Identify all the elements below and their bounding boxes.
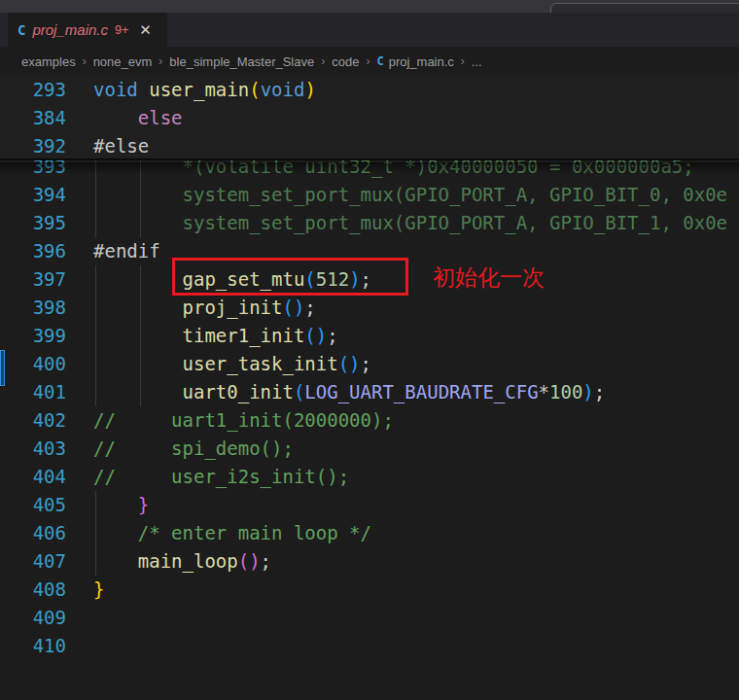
title-bar bbox=[0, 0, 739, 13]
token-p1: ) bbox=[304, 79, 315, 100]
token-dim: system_set_port_mux(GPIO_PORT_A, GPIO_BI… bbox=[93, 184, 727, 205]
code-line-402: 402// uart1_init(2000000); bbox=[0, 406, 739, 435]
token-pl bbox=[138, 79, 149, 100]
line-number: 401 bbox=[0, 378, 66, 406]
token-fn: user_main bbox=[149, 79, 249, 100]
sticky-scroll-panel: 293void user_main(void)384 else392#else bbox=[0, 76, 739, 160]
code-text: proj_init(); bbox=[93, 294, 316, 322]
line-number: 406 bbox=[0, 519, 66, 547]
tab-proj-main-c[interactable]: C proj_main.c 9+ ✕ bbox=[8, 13, 167, 47]
token-pl: ; bbox=[304, 297, 315, 318]
token-p3: () bbox=[282, 297, 304, 318]
breadcrumb-label: none_evm bbox=[93, 54, 153, 69]
line-number: 400 bbox=[0, 350, 66, 378]
line-number: 404 bbox=[0, 463, 66, 491]
breadcrumb-separator: › bbox=[321, 54, 325, 68]
token-pre: #endif bbox=[93, 240, 160, 262]
token-num: 512 bbox=[316, 268, 349, 290]
gutter-change-marker bbox=[0, 350, 5, 386]
token-pl: * bbox=[539, 381, 549, 402]
token-pl bbox=[93, 522, 138, 543]
token-cmt: /* enter main loop */ bbox=[138, 522, 371, 543]
token-p1: ( bbox=[249, 79, 260, 100]
token-kw: void bbox=[261, 79, 305, 100]
token-fn: proj_init bbox=[183, 297, 283, 318]
token-p3: () bbox=[304, 325, 327, 346]
token-num: 100 bbox=[549, 381, 582, 402]
code-line-396: 396#endif bbox=[0, 237, 739, 265]
breadcrumb-separator: › bbox=[158, 54, 162, 68]
breadcrumb-item-none-evm[interactable]: none_evm bbox=[93, 54, 153, 69]
token-fn: gap_set_mtu bbox=[183, 268, 305, 290]
token-pl bbox=[93, 268, 183, 290]
c-language-icon: C bbox=[376, 54, 383, 68]
breadcrumb-separator: › bbox=[83, 54, 87, 68]
breadcrumb-item--[interactable]: ... bbox=[472, 54, 482, 69]
token-p3: ( bbox=[294, 381, 304, 402]
token-pl: ; bbox=[594, 381, 605, 402]
breadcrumb-separator: › bbox=[461, 54, 465, 68]
code-text: else bbox=[93, 104, 183, 132]
token-pl: ; bbox=[327, 325, 337, 346]
token-cmt: // spi_demo(); bbox=[93, 438, 294, 459]
line-number: 402 bbox=[0, 406, 66, 435]
tab-filename: proj_main.c bbox=[32, 21, 108, 38]
line-number: 399 bbox=[0, 322, 66, 350]
code-text: gap_set_mtu(512); bbox=[93, 265, 371, 294]
breadcrumb-item-ble-simple-master-slave[interactable]: ble_simple_Master_Slave bbox=[169, 54, 314, 69]
token-pl bbox=[93, 107, 138, 128]
code-line-398: 398 proj_init(); bbox=[0, 294, 739, 322]
code-text: system_set_port_mux(GPIO_PORT_A, GPIO_BI… bbox=[93, 181, 727, 209]
code-line-410: 410 bbox=[0, 632, 739, 660]
line-number: 407 bbox=[0, 547, 66, 576]
code-line-404: 404// user_i2s_init(); bbox=[0, 463, 739, 491]
token-pl bbox=[93, 494, 138, 515]
line-number: 405 bbox=[0, 491, 66, 519]
sticky-line-384: 384 else bbox=[0, 104, 739, 132]
code-line-395: 395 system_set_port_mux(GPIO_PORT_A, GPI… bbox=[0, 209, 739, 237]
token-fn: main_loop bbox=[138, 550, 238, 572]
token-pl: ; bbox=[361, 268, 371, 290]
token-p3: ) bbox=[349, 268, 360, 290]
sticky-line-293: 293void user_main(void) bbox=[0, 76, 739, 104]
breadcrumb-label: ble_simple_Master_Slave bbox=[169, 54, 314, 69]
token-fn: timer1_init bbox=[183, 325, 305, 346]
token-p2: () bbox=[238, 550, 261, 572]
annotation-text: 初始化一次 bbox=[433, 263, 545, 291]
sticky-line-392: 392#else bbox=[0, 132, 739, 160]
line-number: 394 bbox=[0, 181, 66, 209]
code-text: // user_i2s_init(); bbox=[93, 463, 349, 491]
token-pl: ; bbox=[361, 353, 371, 374]
line-number: 397 bbox=[0, 265, 66, 294]
code-text: main_loop(); bbox=[93, 547, 271, 576]
command-center-searchbox[interactable] bbox=[550, 3, 739, 13]
code-line-405: 405 } bbox=[0, 491, 739, 519]
line-number: 396 bbox=[0, 237, 66, 265]
code-line-409: 409 bbox=[0, 604, 739, 632]
breadcrumb-label: ... bbox=[472, 54, 482, 69]
line-number: 403 bbox=[0, 435, 66, 463]
breadcrumb-label: examples bbox=[21, 54, 76, 69]
code-editor[interactable]: 393 *(volatile uint32_t *)0x40000050 = 0… bbox=[0, 76, 739, 700]
code-line-401: 401 uart0_init(LOG_UART_BAUDRATE_CFG*100… bbox=[0, 378, 739, 406]
code-text: /* enter main loop */ bbox=[93, 519, 371, 547]
token-fn: user_task_init bbox=[183, 353, 338, 374]
line-number: 392 bbox=[0, 132, 66, 160]
breadcrumb-item-proj-main-c[interactable]: Cproj_main.c bbox=[376, 54, 453, 69]
breadcrumb-item-examples[interactable]: examples bbox=[21, 54, 76, 69]
close-tab-icon[interactable]: ✕ bbox=[139, 21, 152, 39]
token-mac: LOG_UART_BAUDRATE_CFG bbox=[304, 381, 538, 402]
token-pl bbox=[93, 381, 183, 402]
c-language-icon: C bbox=[18, 22, 25, 38]
line-number: 384 bbox=[0, 104, 66, 132]
token-pl bbox=[93, 325, 183, 346]
code-text: } bbox=[93, 491, 149, 519]
breadcrumb-item-code[interactable]: code bbox=[332, 54, 359, 69]
code-text: user_task_init(); bbox=[93, 350, 371, 378]
code-line-408: 408} bbox=[0, 576, 739, 604]
token-pre: #else bbox=[93, 135, 149, 157]
vscode-window: C proj_main.c 9+ ✕ examples›none_evm›ble… bbox=[0, 0, 739, 700]
token-pl bbox=[93, 353, 183, 374]
line-number: 409 bbox=[0, 604, 66, 632]
code-text: timer1_init(); bbox=[93, 322, 338, 350]
